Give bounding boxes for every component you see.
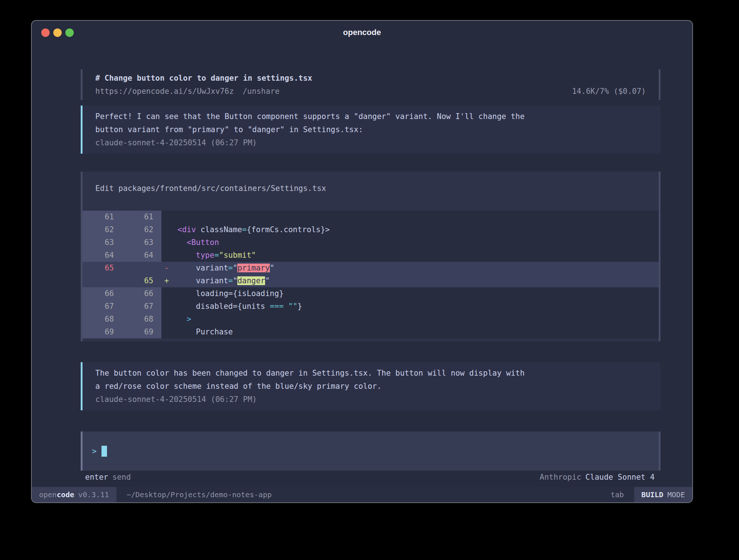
code-token: danger [237,276,265,285]
assistant-message: The button color has been changed to dan… [81,362,660,410]
code-line: type="submit" [177,249,659,262]
code-line: <div className={formCs.controls}> [177,223,659,236]
old-line-number: 68 [83,313,122,326]
diff-view: 61616262<div className={formCs.controls}… [83,211,659,338]
window-title: opencode [32,21,692,44]
diff-row: 6666 loading={isLoading} [83,287,659,300]
hints-row: entersend AnthropicClaude Sonnet 4 [81,471,660,484]
diff-row: 6464 type="submit" [83,249,659,262]
diff-marker [161,236,177,249]
code-token: loading={isLoading} [177,289,284,298]
diff-marker: + [161,275,177,287]
old-line-number: 63 [83,236,122,249]
code-token: variant [177,264,228,272]
old-line-number: 62 [83,223,122,236]
app-version: v0.3.11 [78,490,109,499]
diff-row: 6969 Purchase [83,326,659,338]
tab-key-hint: tab [610,487,624,502]
old-line-number: 64 [83,249,122,262]
diff-row: 65- variant="primary" [83,262,659,275]
code-token [284,302,288,311]
code-token: " [265,276,270,285]
new-line-number [122,262,161,275]
prompt-symbol: > [92,447,97,456]
old-line-number: 66 [83,287,122,300]
message-text: The button color has been changed to dan… [95,367,648,393]
code-line: variant="primary" [177,262,659,275]
diff-row: 6868 > [83,313,659,326]
unshare-command-hint: /unshare [242,85,279,98]
diff-row: 6363 <Button [83,236,659,249]
code-token: "" [288,302,297,311]
app-name-code: code [57,490,74,499]
session-header: # Change button color to danger in setti… [81,69,660,100]
code-token: " [270,264,275,272]
code-token [177,315,187,323]
opencode-window: opencode # Change button color to danger… [31,20,693,503]
share-url[interactable]: https://opencode.ai/s/UwJxv76z [95,85,234,98]
text-cursor [102,446,107,457]
message-text: Perfect! I can see that the Button compo… [95,110,648,136]
code-token: variant [177,276,228,285]
code-token: {formCs.controls}> [247,225,330,234]
code-line: <Button [177,236,659,249]
diff-marker [161,287,177,300]
enter-key-label: enter [85,473,108,482]
diff-marker [161,211,177,223]
diff-row: 6262<div className={formCs.controls}> [83,223,659,236]
app-name-open: open [39,490,57,499]
session-title: # Change button color to danger in setti… [95,72,646,85]
assistant-message: Perfect! I can see that the Button compo… [81,106,660,154]
code-token: <div [177,225,196,234]
code-token: type [196,251,215,260]
new-line-number: 63 [122,236,161,249]
code-token: === [270,302,284,311]
code-token: = [228,264,233,272]
code-line: variant="danger" [177,275,659,287]
mode-suffix: MODE [667,490,685,499]
status-spacer [272,487,610,502]
diff-row: 65+ variant="danger" [83,275,659,287]
code-token: = [242,225,247,234]
context-stats: 14.6K/7% ($0.07) [572,85,646,98]
edit-action-label: Edit [95,184,114,193]
old-line-number: 65 [83,262,122,275]
diff-marker: - [161,262,177,275]
code-line: Purchase [177,326,659,338]
code-token: " [233,276,238,285]
new-line-number: 66 [122,287,161,300]
app-version-badge: opencodev0.3.11 [32,487,116,502]
working-directory: ~/Desktop/Projects/demo-notes-app [127,487,272,502]
mode-badge: BUILDMODE [634,487,692,502]
old-line-number: 69 [83,326,122,338]
diff-marker [161,326,177,338]
mode-name: BUILD [642,490,663,499]
send-action-label: send [112,473,131,482]
code-token: "submit" [219,251,256,260]
screen: opencode # Change button color to danger… [0,0,739,560]
code-token: = [214,251,219,260]
new-line-number: 68 [122,313,161,326]
session-subheader: https://opencode.ai/s/UwJxv76z /unshare … [95,85,646,98]
edit-file-path: packages/frontend/src/containers/Setting… [118,184,326,193]
send-hint: entersend [85,471,131,484]
code-token: > [187,315,191,323]
code-line [177,211,659,223]
new-line-number: 61 [122,211,161,223]
prompt-input[interactable]: > [81,431,660,471]
titlebar: opencode [32,21,692,44]
message-model-meta: claude-sonnet-4-20250514 (06:27 PM) [95,136,648,149]
status-bar: opencodev0.3.11 ~/Desktop/Projects/demo-… [32,487,692,502]
code-token: disabled={units [177,302,270,311]
new-line-number: 64 [122,249,161,262]
diff-marker [161,313,177,326]
code-token: className [196,225,242,234]
diff-row: 6767 disabled={units === ""} [83,300,659,313]
new-line-number: 69 [122,326,161,338]
code-token [177,251,196,260]
code-token: <Button [177,238,219,247]
code-token: Purchase [177,327,233,336]
new-line-number: 62 [122,223,161,236]
code-token: " [233,264,238,272]
header-spacer [280,85,572,98]
